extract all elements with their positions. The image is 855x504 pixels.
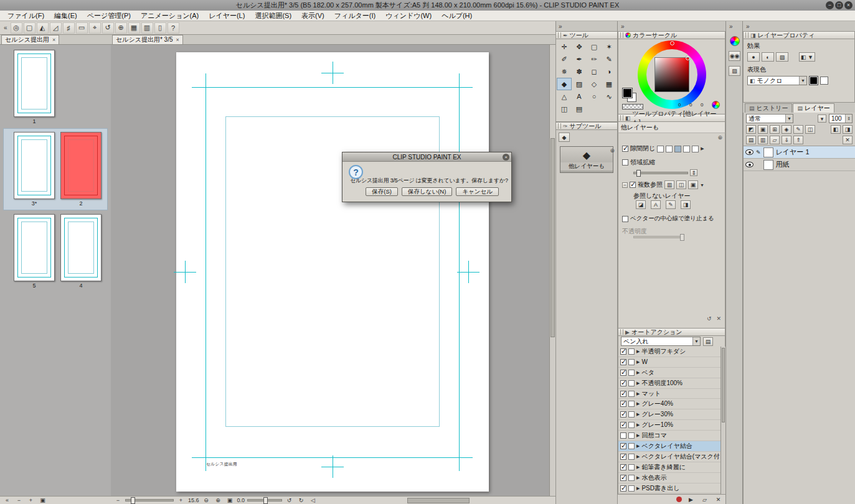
gradient-tool-icon[interactable]: ▨: [572, 78, 587, 90]
auto-action-row[interactable]: ▶ 水色表示: [618, 473, 720, 483]
auto-action-row[interactable]: ▶ 鉛筆書き綺麗に: [618, 462, 720, 473]
print-guide-icon[interactable]: ▥: [141, 22, 153, 34]
hue-marker[interactable]: [670, 41, 674, 45]
auto-action-scrollbar[interactable]: [720, 347, 725, 494]
opacity-slider[interactable]: [633, 236, 683, 238]
fill-tool-icon[interactable]: ◆: [557, 78, 572, 90]
subtool-search-icon[interactable]: ⊕: [610, 147, 615, 154]
layer-color-effect-icon[interactable]: ◧ ▼: [799, 52, 815, 62]
story-tool-icon[interactable]: ▤: [572, 103, 587, 115]
transfer-down-icon[interactable]: ⇓: [782, 136, 791, 144]
ref-all-layers-icon[interactable]: ▥: [664, 180, 674, 189]
action-dialog-toggle[interactable]: [628, 401, 635, 407]
gap-close-checkbox[interactable]: [622, 146, 628, 152]
blend-mode-dropdown[interactable]: 通常 ▼: [746, 114, 793, 123]
delete-settings-icon[interactable]: ✕: [716, 315, 721, 322]
action-enabled-checkbox[interactable]: [620, 485, 626, 492]
page-thumbnail[interactable]: 1: [14, 50, 55, 124]
subtool-item[interactable]: ◆ 他レイヤーも: [560, 146, 613, 173]
menu-item[interactable]: ウィンドウ(W): [380, 11, 437, 21]
reset-settings-icon[interactable]: ↺: [707, 315, 712, 322]
new-raster-layer-icon[interactable]: ▤: [746, 136, 756, 144]
multi-ref-checkbox[interactable]: [630, 182, 636, 188]
sv-marker[interactable]: [686, 56, 690, 60]
action-enabled-checkbox[interactable]: [620, 359, 626, 365]
auto-action-panel-header[interactable]: ▶ オートアクション: [618, 328, 725, 336]
auto-action-row[interactable]: ▶ 不透明度100%: [618, 378, 720, 389]
subtool-panel-header[interactable]: ✑ サブツール: [555, 122, 618, 130]
frame-border-tool-icon[interactable]: ▦: [602, 78, 616, 90]
value-stepper[interactable]: ⇕: [690, 169, 697, 176]
tool-property-panel-header[interactable]: ◧ ツールプロパティ[他レイヤーも]: [618, 114, 725, 122]
pen-tool-icon[interactable]: ✒: [572, 53, 587, 65]
no-ref-paper-layer-icon[interactable]: ◨: [681, 200, 691, 209]
zoom-out-icon[interactable]: −: [113, 497, 123, 504]
snap-ruler-icon[interactable]: ◿: [50, 22, 62, 34]
material-palette-icon[interactable]: ▨: [729, 66, 740, 76]
panel-grip[interactable]: [620, 115, 623, 121]
page-spread-icon[interactable]: ▯: [154, 22, 166, 34]
dock-collapse-icon[interactable]: »: [744, 23, 752, 30]
delete-layer-icon[interactable]: ✕: [843, 136, 853, 144]
vector-centerline-checkbox[interactable]: [622, 216, 628, 222]
slider-knob[interactable]: [636, 170, 641, 177]
expand-arrow-icon[interactable]: ▶: [636, 486, 640, 491]
saturation-value-box[interactable]: [654, 57, 689, 92]
expand-arrow-icon[interactable]: ▶: [636, 401, 640, 406]
color-mixing-icon[interactable]: [712, 101, 720, 109]
expand-arrow-icon[interactable]: ▶: [636, 391, 640, 396]
fit-to-screen-icon[interactable]: ▣: [225, 497, 235, 504]
collapse-icon[interactable]: «: [2, 497, 12, 504]
no-ref-draft-layer-icon[interactable]: ◪: [636, 200, 646, 209]
action-dialog-toggle[interactable]: [628, 464, 635, 470]
expand-arrow-icon[interactable]: ▶: [636, 360, 640, 365]
maximize-button[interactable]: □: [835, 1, 843, 9]
title-bar[interactable]: セルシス提出用* 3/5 (B5 182.00 x 257.00mm 製本サイズ…: [0, 0, 855, 11]
expand-arrow-icon[interactable]: ▶: [701, 146, 704, 151]
action-enabled-checkbox[interactable]: [620, 422, 626, 428]
action-enabled-checkbox[interactable]: [620, 475, 626, 481]
expand-arrow-icon[interactable]: ▶: [636, 444, 640, 449]
dock-collapse-icon[interactable]: »: [557, 23, 564, 30]
gap-size-option[interactable]: [683, 146, 690, 152]
page-thumbnail[interactable]: 3*: [14, 132, 55, 207]
action-dialog-toggle[interactable]: [628, 422, 635, 428]
action-enabled-checkbox[interactable]: [620, 391, 626, 397]
toolbar-collapse-icon[interactable]: «: [2, 24, 9, 31]
eyedropper-tool-icon[interactable]: ✐: [557, 53, 572, 65]
expand-arrow-icon[interactable]: ▶: [636, 381, 640, 386]
minimize-button[interactable]: −: [826, 1, 834, 9]
auto-action-row[interactable]: ▶ グレー40%: [618, 399, 720, 409]
panel-grip[interactable]: [620, 329, 623, 335]
select-area-icon[interactable]: ▭: [76, 22, 88, 34]
layer-thumbnail[interactable]: [763, 160, 773, 170]
action-enabled-checkbox[interactable]: [620, 464, 626, 470]
panel-menu-icon[interactable]: ▤: [703, 337, 713, 346]
layer-thumbnail[interactable]: [763, 147, 773, 157]
dropdown-arrow-icon[interactable]: ▼: [700, 183, 704, 187]
reset-view-icon[interactable]: ◁: [308, 497, 318, 504]
color-set-palette-icon[interactable]: [730, 36, 740, 46]
zoom-out-icon[interactable]: −: [14, 497, 24, 504]
expression-color-dropdown[interactable]: ◧ モノクロ ▼: [747, 76, 807, 85]
auto-action-row[interactable]: ▶ ベタ: [618, 368, 720, 378]
dock-collapse-icon[interactable]: »: [619, 23, 626, 30]
grid-icon[interactable]: ▦: [128, 22, 140, 34]
auto-action-row[interactable]: ▶ PSD書き出し: [618, 483, 720, 494]
sub-view-palette-icon[interactable]: ◉◉: [729, 51, 740, 61]
white-draw-color-swatch[interactable]: [820, 77, 828, 85]
action-dialog-toggle[interactable]: [628, 432, 635, 439]
dialog-button[interactable]: 保存(S): [366, 187, 398, 196]
black-draw-color-swatch[interactable]: [810, 77, 818, 85]
new-vector-layer-icon[interactable]: ▥: [758, 136, 768, 144]
property-search-icon[interactable]: ⊕: [717, 134, 722, 141]
expand-arrow-icon[interactable]: ▶: [636, 465, 640, 470]
rotate-right-icon[interactable]: ↻: [296, 497, 306, 504]
expand-arrow-icon[interactable]: ▶: [636, 370, 640, 375]
horizontal-scrollbar-thumb[interactable]: [407, 498, 470, 503]
layer-dock-tab[interactable]: ▤ ヒストリー: [745, 103, 792, 113]
ruler-tool-icon[interactable]: △: [557, 90, 572, 103]
tab-close-icon[interactable]: ×: [176, 37, 179, 43]
text-tool-icon[interactable]: A: [572, 90, 587, 103]
document-page[interactable]: セルシス提出用: [176, 52, 489, 492]
